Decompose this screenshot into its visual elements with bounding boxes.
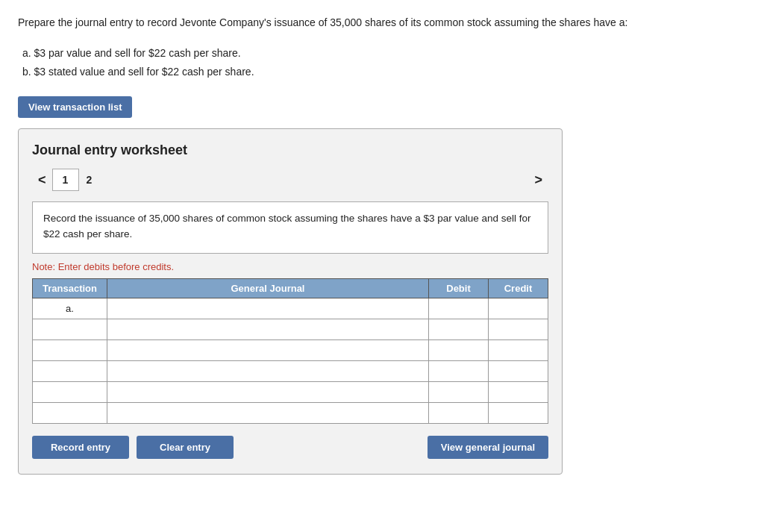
- credit-input-2[interactable]: [493, 345, 543, 356]
- part-list: a. $3 par value and sell for $22 cash pe…: [22, 44, 746, 81]
- table-row: [33, 319, 548, 340]
- journal-input-2[interactable]: [112, 345, 424, 356]
- cell-journal-3[interactable]: [107, 361, 429, 382]
- cell-transaction-4: [33, 382, 107, 403]
- credit-input-0[interactable]: [493, 303, 543, 314]
- record-entry-button[interactable]: Record entry: [32, 436, 129, 459]
- cell-credit-1[interactable]: [489, 319, 548, 340]
- cell-transaction-2: [33, 340, 107, 361]
- table-row: [33, 403, 548, 424]
- credit-input-4[interactable]: [493, 387, 543, 398]
- debit-input-0[interactable]: [433, 303, 483, 314]
- cell-debit-3[interactable]: [429, 361, 489, 382]
- prev-arrow-button[interactable]: <: [32, 169, 52, 191]
- table-row: [33, 340, 548, 361]
- journal-input-5[interactable]: [112, 407, 424, 419]
- debit-input-4[interactable]: [433, 387, 483, 398]
- cell-transaction-5: [33, 403, 107, 424]
- worksheet-container: Journal entry worksheet < 1 2 > Record t…: [18, 128, 563, 475]
- cell-journal-4[interactable]: [107, 382, 429, 403]
- nav-row: < 1 2 >: [32, 169, 548, 191]
- credit-input-1[interactable]: [493, 324, 543, 335]
- journal-input-4[interactable]: [112, 387, 424, 398]
- cell-journal-0[interactable]: [107, 298, 429, 319]
- journal-input-3[interactable]: [112, 366, 424, 377]
- cell-debit-4[interactable]: [429, 382, 489, 403]
- buttons-row: Record entry Clear entry View general jo…: [32, 436, 548, 459]
- intro-line1: Prepare the journal entry to record Jevo…: [18, 15, 746, 31]
- journal-table: Transaction General Journal Debit Credit…: [32, 278, 548, 424]
- table-row: [33, 382, 548, 403]
- cell-debit-1[interactable]: [429, 319, 489, 340]
- note-text: Note: Enter debits before credits.: [32, 261, 548, 272]
- table-row: a.: [33, 298, 548, 319]
- cell-credit-0[interactable]: [489, 298, 548, 319]
- cell-debit-5[interactable]: [429, 403, 489, 424]
- part-b: b. $3 stated value and sell for $22 cash…: [22, 63, 746, 81]
- cell-debit-2[interactable]: [429, 340, 489, 361]
- col-header-debit: Debit: [429, 279, 489, 298]
- clear-entry-button[interactable]: Clear entry: [137, 436, 234, 459]
- cell-journal-2[interactable]: [107, 340, 429, 361]
- cell-journal-1[interactable]: [107, 319, 429, 340]
- cell-debit-0[interactable]: [429, 298, 489, 319]
- credit-input-5[interactable]: [493, 407, 543, 419]
- part-a: a. $3 par value and sell for $22 cash pe…: [22, 44, 746, 63]
- debit-input-1[interactable]: [433, 324, 483, 335]
- cell-transaction-1: [33, 319, 107, 340]
- view-transaction-list-button[interactable]: View transaction list: [18, 96, 132, 118]
- journal-input-0[interactable]: [112, 303, 424, 314]
- description-box: Record the issuance of 35,000 shares of …: [32, 201, 548, 254]
- col-header-transaction: Transaction: [33, 279, 107, 298]
- cell-transaction-3: [33, 361, 107, 382]
- table-header-row: Transaction General Journal Debit Credit: [33, 279, 548, 298]
- col-header-credit: Credit: [489, 279, 548, 298]
- debit-input-3[interactable]: [433, 366, 483, 377]
- credit-input-3[interactable]: [493, 366, 543, 377]
- cell-journal-5[interactable]: [107, 403, 429, 424]
- journal-input-1[interactable]: [112, 324, 424, 335]
- worksheet-title: Journal entry worksheet: [32, 143, 548, 158]
- debit-input-2[interactable]: [433, 345, 483, 356]
- cell-transaction-0: a.: [33, 298, 107, 319]
- table-row: [33, 361, 548, 382]
- view-general-journal-button[interactable]: View general journal: [428, 436, 548, 459]
- cell-credit-2[interactable]: [489, 340, 548, 361]
- tab-2-label[interactable]: 2: [79, 174, 100, 186]
- cell-credit-4[interactable]: [489, 382, 548, 403]
- col-header-journal: General Journal: [107, 279, 429, 298]
- cell-credit-5[interactable]: [489, 403, 548, 424]
- tab-1[interactable]: 1: [52, 169, 79, 191]
- cell-credit-3[interactable]: [489, 361, 548, 382]
- next-arrow-button[interactable]: >: [528, 169, 548, 191]
- debit-input-5[interactable]: [433, 407, 483, 419]
